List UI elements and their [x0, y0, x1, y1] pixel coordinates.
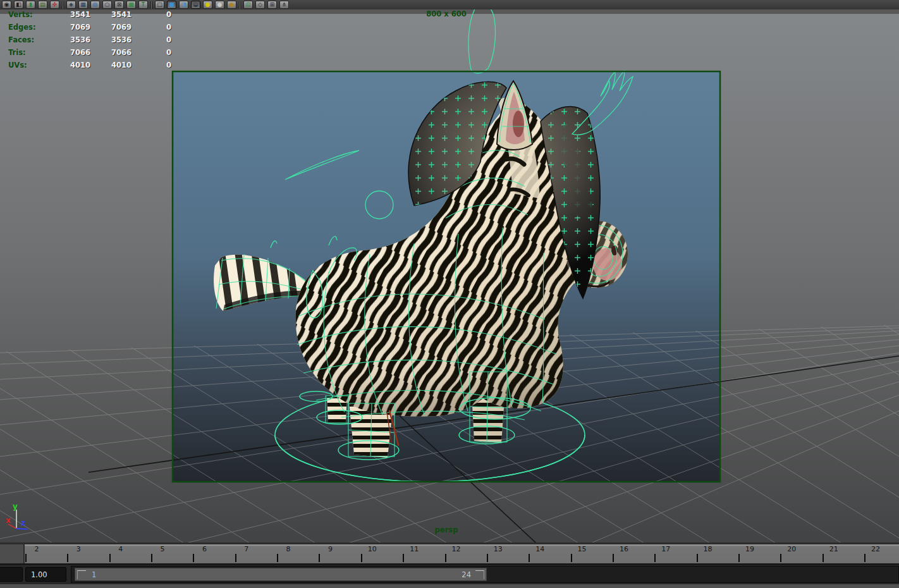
- frame-number-label: 11: [401, 545, 427, 553]
- frame-tick: [738, 554, 740, 562]
- frame-tick: [654, 554, 656, 562]
- resolution-gate-icon[interactable]: ◍: [90, 1, 100, 9]
- axis-x-label: x: [6, 516, 11, 525]
- range-start-handle[interactable]: [77, 570, 86, 579]
- range-slider-row: 1.00 1 24: [0, 564, 899, 584]
- frame-number-label: 20: [779, 545, 804, 553]
- wireframe-icon[interactable]: □: [155, 1, 164, 9]
- range-start-label: 1: [92, 570, 96, 579]
- zebra-nose: [593, 248, 622, 281]
- viewport-3d[interactable]: y x z: [0, 0, 899, 588]
- smooth-shade-all-icon[interactable]: ■: [167, 1, 176, 9]
- textured-icon[interactable]: ◒: [191, 1, 200, 9]
- hud-row: Edges:706970690: [8, 23, 173, 35]
- panel-toolbar: ◉◧▮▤✜◈▦◍○⊠▩T□■◨◒●●●⊡◇⊞⋔: [0, 0, 899, 9]
- frame-number-label: 9: [317, 545, 343, 553]
- hud-selected-value: 7066: [92, 48, 131, 57]
- frame-tick: [445, 554, 446, 562]
- camera-attributes-icon[interactable]: ◧: [14, 1, 23, 9]
- frame-number-label: 3: [66, 545, 91, 553]
- axis-y-label: y: [13, 502, 18, 511]
- frame-tick: [361, 554, 362, 562]
- resolution-gate-label: 800 x 600: [383, 9, 510, 18]
- bookmark-icon[interactable]: ▮: [26, 1, 35, 9]
- hud-row-label: Tris:: [8, 48, 26, 57]
- frame-number-label: 14: [527, 545, 553, 553]
- wireframe-on-shaded-icon[interactable]: ◨: [179, 1, 188, 9]
- frame-number-label: 5: [150, 545, 175, 553]
- hud-total-value: 3541: [51, 10, 90, 19]
- frame-number-label: 8: [276, 545, 301, 553]
- hud-row: UVs:401040100: [8, 61, 173, 73]
- frame-number-label: 19: [737, 545, 762, 553]
- frame-tick: [151, 554, 152, 562]
- frame-number-label: 6: [192, 545, 217, 553]
- lights-icon[interactable]: ●: [203, 1, 212, 9]
- hud-other-value: 0: [132, 23, 171, 32]
- current-frame-playhead[interactable]: [0, 544, 25, 564]
- image-plane-icon[interactable]: ▤: [38, 1, 47, 9]
- xray-active-components-icon[interactable]: ⊞: [267, 1, 277, 9]
- hud-other-value: 0: [132, 10, 171, 19]
- frame-number-label: 16: [611, 545, 637, 553]
- hud-row-label: Faces:: [8, 35, 34, 44]
- frame-tick: [613, 554, 614, 562]
- frame-tick: [780, 554, 781, 562]
- range-slider-groove[interactable]: 1 24: [71, 566, 899, 583]
- hud-selected-value: 4010: [92, 61, 131, 70]
- frame-tick: [571, 554, 572, 562]
- frame-number-label: 2: [24, 545, 49, 553]
- playback-start-field[interactable]: 1.00: [25, 567, 66, 582]
- hud-selected-value: 7069: [92, 23, 131, 32]
- frame-tick: [109, 554, 111, 562]
- hud-other-value: 0: [132, 48, 171, 57]
- grid-icon[interactable]: ◈: [66, 1, 76, 9]
- frame-number-label: 17: [653, 545, 678, 553]
- gate-mask-icon[interactable]: ○: [102, 1, 112, 9]
- frame-number-label: 7: [234, 545, 259, 553]
- frame-number-label: 18: [695, 545, 721, 553]
- hud-other-value: 0: [132, 35, 171, 44]
- hud-selected-value: 3541: [92, 10, 131, 19]
- frame-tick: [25, 554, 27, 562]
- hud-total-value: 7066: [51, 48, 90, 57]
- hud-total-value: 3536: [51, 35, 90, 44]
- multi-component-icon[interactable]: ⋔: [279, 1, 289, 9]
- frame-number-label: 12: [444, 545, 469, 553]
- occlusion-icon[interactable]: ●: [227, 1, 236, 9]
- frame-tick: [823, 554, 824, 562]
- toolbar-separator: [239, 1, 241, 9]
- frame-tick: [235, 554, 236, 562]
- film-gate-icon[interactable]: ▦: [78, 1, 88, 9]
- pan-zoom-2d-icon[interactable]: ✜: [50, 1, 59, 9]
- isolate-select-icon[interactable]: ⊡: [243, 1, 253, 9]
- shadows-icon[interactable]: ●: [215, 1, 224, 9]
- hud-row: Tris:706670660: [8, 48, 173, 61]
- frame-tick: [67, 554, 68, 562]
- hud-other-value: 0: [132, 61, 171, 70]
- hud-total-value: 7069: [51, 23, 90, 32]
- toolbar-separator: [150, 1, 152, 9]
- hud-row-label: Edges:: [8, 23, 36, 32]
- range-slider-bar[interactable]: 1 24: [75, 568, 487, 581]
- frame-tick: [403, 554, 404, 562]
- frame-tick: [319, 554, 320, 562]
- frame-number-label: 4: [108, 545, 133, 553]
- hud-row-label: UVs:: [8, 61, 27, 70]
- animation-start-field[interactable]: [0, 567, 23, 582]
- range-end-label: 24: [462, 570, 471, 579]
- frame-tick: [697, 554, 698, 562]
- range-end-handle[interactable]: [475, 570, 484, 579]
- xray-icon[interactable]: ◇: [255, 1, 265, 9]
- frame-number-label: 10: [360, 545, 385, 553]
- safe-action-icon[interactable]: ▩: [126, 1, 136, 9]
- safe-title-icon[interactable]: T: [138, 1, 148, 9]
- frame-tick: [277, 554, 278, 562]
- toolbar-separator: [62, 1, 64, 9]
- bottom-strip: [0, 584, 899, 588]
- axis-z-label: z: [21, 518, 25, 527]
- frame-tick: [487, 554, 488, 562]
- time-slider[interactable]: 2345678910111213141516171819202122: [0, 544, 899, 564]
- field-chart-icon[interactable]: ⊠: [114, 1, 124, 9]
- select-camera-icon[interactable]: ◉: [2, 1, 11, 9]
